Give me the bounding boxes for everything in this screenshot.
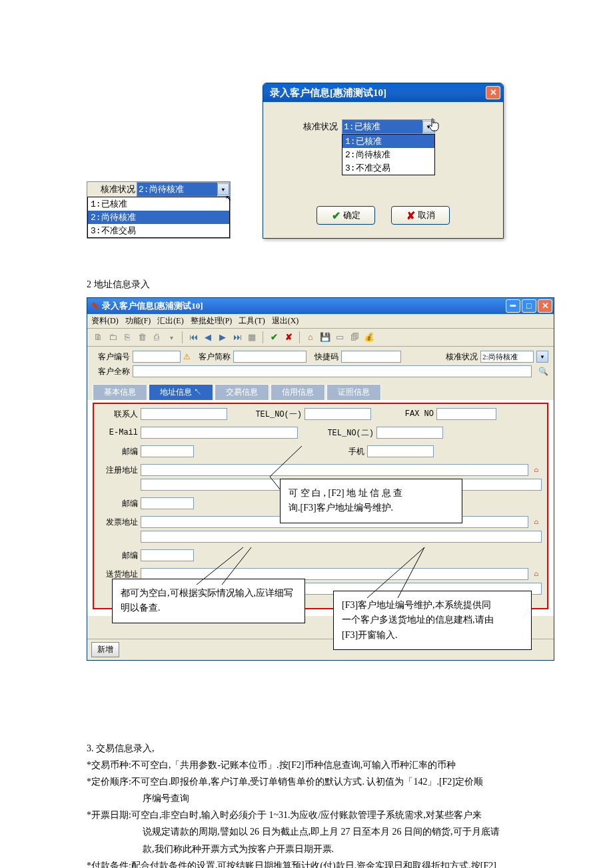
contact-input[interactable] — [141, 408, 227, 420]
new-status-button[interactable]: 新增 — [91, 642, 119, 657]
grid-icon[interactable]: ▦ — [247, 332, 257, 343]
approve-select[interactable]: 2:尚待核准 — [480, 351, 534, 363]
zip2-input[interactable] — [141, 497, 194, 509]
cust-full-input[interactable] — [133, 365, 532, 377]
app-titlebar[interactable]: ✎录入客户信息[惠浦测试10] ━ □ ✕ — [87, 298, 554, 314]
app-icon: ✎ — [91, 301, 99, 312]
body-line: *交易币种:不可空白,「共用参数-记账本位币」.按[F2]币种信息查询,可输入币… — [87, 757, 526, 773]
x-icon: ✘ — [406, 209, 415, 222]
last-icon[interactable]: ⏭ — [232, 332, 243, 343]
tab-bar: 基本信息 地址信息 ↖ 交易信息 信用信息 证照信息 — [87, 384, 554, 400]
menu-bar[interactable]: 资料(D) 功能(F) 汇出(E) 整批处理(P) 工具(T) 退出(X) — [87, 314, 554, 329]
cust-short-input[interactable] — [233, 351, 306, 363]
fax-input[interactable] — [436, 408, 496, 420]
quick-code-input[interactable] — [341, 351, 401, 363]
tab-credit[interactable]: 信用信息 — [271, 384, 325, 400]
home-icon[interactable]: ⌂ — [531, 569, 542, 579]
dialog-approve-options[interactable]: 1:已核准 2:尚待核准 3:不准交易 — [342, 134, 435, 175]
print-icon[interactable]: ⎙ — [151, 332, 162, 343]
approve-label: 核准状况 — [438, 351, 478, 363]
quick-code-label: 快捷码 — [309, 351, 338, 363]
first-icon[interactable]: ⏮ — [188, 332, 199, 343]
copy-icon[interactable]: ⎘ — [122, 332, 133, 343]
cust-no-label: 客户编号 — [93, 351, 130, 363]
chevron-down-icon[interactable]: ▼ — [536, 351, 548, 363]
dialog-approve-label: 核准状况 — [303, 119, 338, 133]
alert-icon: ⚠ — [183, 352, 191, 362]
arrow-cursor-icon: ↖ — [225, 191, 232, 204]
mobile-input[interactable] — [367, 445, 434, 457]
home-icon[interactable]: ⌂ — [305, 332, 316, 343]
maximize-button[interactable]: □ — [522, 299, 536, 313]
dialog-approve-select[interactable]: 1:已核准 ▼ — [342, 119, 435, 134]
cust-full-label: 客户全称 — [93, 366, 130, 377]
sheet-icon[interactable]: 🗐 — [349, 332, 360, 343]
prev-icon[interactable]: ◀ — [203, 332, 213, 343]
next-icon[interactable]: ▶ — [217, 332, 228, 343]
body-line: *定价顺序:不可空白.即报价单,客户订单,受订单销售单价的默认方式. 认初值为「… — [87, 774, 526, 789]
hand-cursor-icon — [428, 117, 440, 132]
check-icon: ✔ — [332, 209, 340, 222]
callout-ship-hint: [F3]客户地址编号维护,本系统提供同 一个客户多送货地址的信息建档,请由 [F… — [333, 591, 532, 650]
section-3-heading: 3. 交易信息录入, — [87, 741, 526, 756]
section-2-heading: 2 地址信息录入 — [87, 279, 526, 291]
delete-icon[interactable]: 🗑 — [137, 332, 147, 343]
body-line: *付款条件:配合付款条件的设置,可按结账日期推算预计收(付)款日.资金实现日和取… — [87, 858, 526, 868]
tab-trade[interactable]: 交易信息 — [215, 384, 269, 400]
app-title: 录入客户信息[惠浦测试10] — [102, 300, 203, 312]
tel2-input[interactable] — [376, 427, 443, 439]
home-icon[interactable]: ⌂ — [531, 465, 542, 475]
callout-addr-hint: 可 空 白 , [F2] 地 址 信 息 查 询.[F3]客户地址编号维护. — [280, 479, 462, 523]
toolbar: 🗎 🗀 ⎘ 🗑 ⎙ ▾ ⏮ ◀ ▶ ⏭ ▦ ✔ ✘ ⌂ 💾 ▭ 🗐 💰 — [87, 329, 554, 347]
minimize-button[interactable]: ━ — [506, 299, 520, 313]
small-approve-options[interactable]: 1:已核准 2:尚待核准 3:不准交易 — [87, 197, 230, 238]
tel1-input[interactable] — [305, 408, 371, 420]
money-icon[interactable]: 💰 — [364, 332, 374, 343]
cust-no-input[interactable] — [133, 351, 181, 363]
zip1-input[interactable] — [141, 445, 194, 457]
lookup-icon[interactable]: 🔍 — [538, 367, 548, 377]
email-input[interactable] — [141, 427, 298, 439]
close-button[interactable]: ✕ — [486, 86, 500, 99]
body-line: *开票日期:可空白,非空白时,输入时必须介于 1~31.为应收/应付账款管理子系… — [87, 807, 526, 823]
small-approve-label: 核准状况 — [87, 182, 137, 197]
card-icon[interactable]: ▭ — [334, 332, 345, 343]
body-line: 序编号查询 — [87, 791, 526, 806]
reject-icon[interactable]: ✘ — [283, 332, 294, 343]
small-dropdown-widget: 核准状况 2:尚待核准 ▼ ↖ 1:已核准 2:尚待核准 3:不准交易 — [87, 181, 231, 239]
invaddr2-input[interactable] — [141, 531, 542, 543]
body-line: 说规定请款的周期,譬如以 26 日为截止点,即上月 27 日至本月 26 日间的… — [87, 824, 526, 839]
chevron-down-icon[interactable]: ▾ — [166, 332, 177, 343]
zip3-input[interactable] — [141, 549, 194, 561]
confirm-icon[interactable]: ✔ — [269, 332, 279, 343]
new-icon[interactable]: 🗎 — [93, 332, 103, 343]
dialog-titlebar[interactable]: 录入客户信息[惠浦测试10] ✕ — [263, 83, 503, 102]
approve-dialog: 录入客户信息[惠浦测试10] ✕ 核准状况 1:已核准 ▼ — [263, 83, 504, 239]
menu-exit[interactable]: 退出(X) — [272, 315, 299, 327]
dialog-title: 录入客户信息[惠浦测试10] — [270, 87, 386, 99]
callout-blank-hint: 都可为空白,可根据实际情况输入,应详细写明以备查. — [112, 579, 305, 623]
tab-address[interactable]: 地址信息 ↖ — [149, 384, 213, 400]
cancel-button[interactable]: ✘取消 — [391, 206, 450, 225]
menu-func[interactable]: 功能(F) — [125, 315, 151, 327]
save-icon[interactable]: 💾 — [320, 332, 330, 343]
menu-export[interactable]: 汇出(E) — [157, 315, 183, 327]
menu-data[interactable]: 资料(D) — [91, 315, 119, 327]
menu-batch[interactable]: 整批处理(P) — [191, 315, 233, 327]
tab-cert[interactable]: 证照信息 — [326, 384, 381, 400]
small-approve-select[interactable]: 2:尚待核准 ▼ ↖ — [137, 182, 230, 197]
cust-short-label: 客户简称 — [193, 351, 231, 363]
tab-basic[interactable]: 基本信息 — [93, 384, 147, 400]
body-line: 款,我们称此种开票方式为按客户开票日期开票. — [87, 841, 526, 857]
ok-button[interactable]: ✔确定 — [316, 206, 375, 225]
regaddr1-input[interactable] — [141, 464, 528, 476]
open-icon[interactable]: 🗀 — [107, 332, 118, 343]
menu-tools[interactable]: 工具(T) — [239, 315, 265, 327]
arrow-cursor-icon: ↖ — [194, 387, 202, 397]
home-icon[interactable]: ⌂ — [531, 517, 542, 527]
close-button[interactable]: ✕ — [538, 299, 552, 313]
